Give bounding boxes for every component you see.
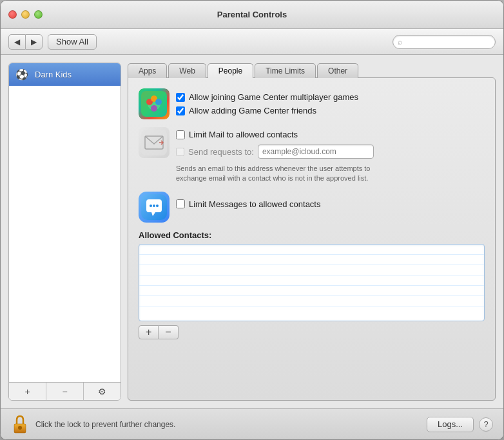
contacts-row-6 (139, 296, 484, 306)
limit-mail-row[interactable]: Limit Mail to allowed contacts (176, 130, 395, 139)
messages-icon-svg (141, 194, 167, 220)
svg-point-14 (18, 426, 22, 430)
svg-point-11 (156, 205, 159, 207)
tabs: Apps Web People Time Limits Other (128, 63, 496, 77)
send-requests-label: Send requests to: (188, 147, 254, 157)
contacts-remove-button[interactable]: − (159, 325, 178, 339)
contacts-row-4 (139, 275, 484, 286)
help-button[interactable]: ? (479, 417, 493, 432)
tab-other[interactable]: Other (317, 63, 358, 78)
main-content: ⚽ Darn Kids + − ⚙ Apps Web Peo (1, 55, 503, 408)
sidebar-item-label: Darn Kids (35, 70, 72, 79)
close-button[interactable] (8, 10, 17, 19)
allow-friends-label: Allow adding Game Center friends (189, 106, 316, 115)
sidebar-remove-button[interactable]: − (46, 383, 84, 400)
nav-buttons: ◀ ▶ (8, 34, 43, 50)
svg-point-9 (150, 205, 152, 207)
svg-point-5 (151, 105, 157, 112)
mail-icon-svg (141, 130, 167, 155)
sidebar-list: ⚽ Darn Kids (9, 63, 121, 382)
sidebar-item-darn-kids[interactable]: ⚽ Darn Kids (9, 63, 121, 86)
sidebar-settings-button[interactable]: ⚙ (84, 383, 121, 400)
sidebar-toolbar: + − ⚙ (9, 382, 121, 400)
show-all-button[interactable]: Show All (48, 34, 97, 50)
contacts-row-3 (139, 265, 484, 275)
gc-icon-svg (141, 91, 167, 117)
allow-multiplayer-row[interactable]: Allow joining Game Center multiplayer ga… (176, 92, 358, 102)
logs-button[interactable]: Logs... (427, 417, 474, 432)
limit-mail-checkbox[interactable] (176, 130, 185, 139)
gc-icon-inner (139, 88, 170, 119)
tab-apps[interactable]: Apps (128, 63, 167, 78)
sidebar-add-button[interactable]: + (9, 383, 46, 400)
user-icon: ⚽ (14, 66, 30, 82)
send-requests-row: Send requests to: (176, 145, 395, 159)
email-input[interactable] (258, 145, 374, 159)
mail-section: Limit Mail to allowed contacts Send requ… (139, 127, 485, 184)
allow-friends-row[interactable]: Allow adding Game Center friends (176, 106, 358, 115)
contacts-row-2 (139, 255, 484, 265)
allow-friends-checkbox[interactable] (176, 106, 185, 115)
messages-icon (139, 192, 170, 223)
tab-people[interactable]: People (208, 63, 253, 78)
toolbar: ◀ ▶ Show All ⌕ (1, 29, 503, 55)
mail-description: Sends an email to this address whenever … (176, 164, 395, 184)
contacts-list[interactable] (139, 244, 485, 321)
tab-time-limits[interactable]: Time Limits (255, 63, 316, 78)
svg-point-4 (155, 99, 162, 105)
window-title: Parental Controls (217, 10, 287, 19)
maximize-button[interactable] (34, 10, 43, 19)
messages-checkboxes: Limit Messages to allowed contacts (176, 192, 320, 209)
allow-multiplayer-label: Allow joining Game Center multiplayer ga… (189, 92, 358, 102)
contacts-row-5 (139, 286, 484, 296)
people-panel: Allow joining Game Center multiplayer ga… (128, 77, 496, 401)
contacts-add-button[interactable]: + (139, 325, 159, 339)
game-center-section: Allow joining Game Center multiplayer ga… (139, 88, 485, 119)
contacts-row-1 (139, 245, 484, 255)
mail-icon (139, 127, 170, 158)
game-center-icon (139, 88, 170, 119)
lock-description: Click the lock to prevent further change… (35, 420, 175, 429)
allowed-contacts-label: Allowed Contacts: (139, 230, 485, 240)
search-icon: ⌕ (398, 37, 402, 46)
minimize-button[interactable] (21, 10, 30, 19)
allowed-contacts-section: Allowed Contacts: + − (139, 230, 485, 339)
parental-controls-window: Parental Controls ◀ ▶ Show All ⌕ ⚽ Darn … (0, 0, 504, 440)
lock-icon[interactable] (11, 414, 29, 435)
limit-mail-label: Limit Mail to allowed contacts (189, 130, 298, 139)
lock-svg (12, 415, 28, 434)
tab-web[interactable]: Web (168, 63, 206, 78)
bottom-bar-right: Logs... ? (427, 417, 493, 432)
right-panel: Apps Web People Time Limits Other (128, 63, 496, 401)
limit-messages-checkbox[interactable] (176, 199, 185, 208)
game-center-checkboxes: Allow joining Game Center multiplayer ga… (176, 88, 358, 115)
search-input[interactable] (393, 35, 496, 49)
traffic-lights (8, 10, 43, 19)
limit-messages-row[interactable]: Limit Messages to allowed contacts (176, 199, 320, 209)
mail-options: Limit Mail to allowed contacts Send requ… (176, 127, 395, 184)
titlebar: Parental Controls (1, 1, 503, 29)
forward-button[interactable]: ▶ (25, 34, 43, 50)
back-button[interactable]: ◀ (8, 34, 25, 50)
allow-multiplayer-checkbox[interactable] (176, 93, 185, 102)
bottom-bar: Click the lock to prevent further change… (1, 408, 503, 439)
send-requests-checkbox[interactable] (176, 148, 184, 156)
contacts-toolbar: + − (139, 325, 179, 339)
search-box: ⌕ (393, 35, 496, 49)
limit-messages-label: Limit Messages to allowed contacts (189, 199, 320, 209)
messages-section: Limit Messages to allowed contacts (139, 192, 485, 223)
sidebar: ⚽ Darn Kids + − ⚙ (8, 63, 121, 401)
svg-point-10 (153, 205, 155, 207)
